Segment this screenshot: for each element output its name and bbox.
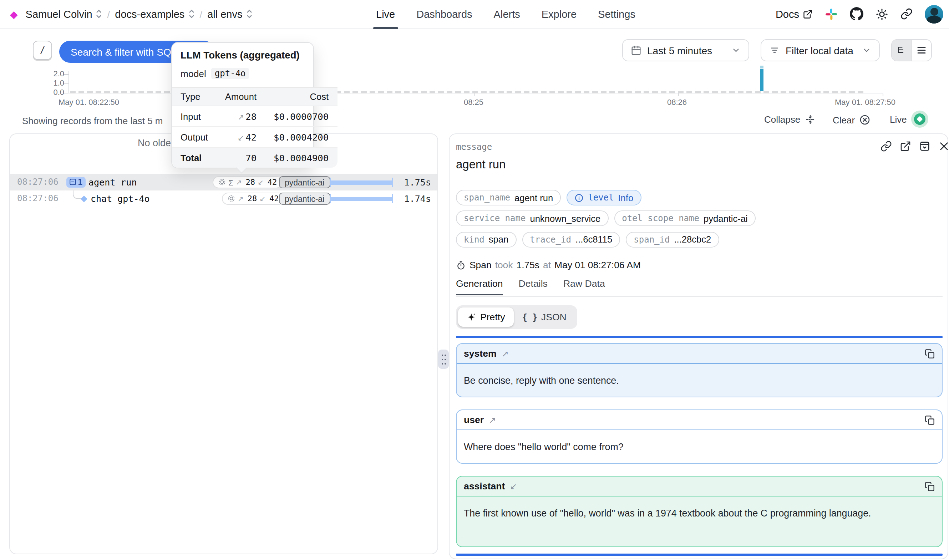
model-value: gpt-4o (211, 68, 249, 79)
dock-panel-bottom-icon[interactable] (919, 140, 931, 152)
tree-view-icon (896, 45, 907, 55)
trace-timestamp: 08:27:06 (17, 193, 58, 203)
model-key: model (180, 68, 206, 79)
token-cost-table: Type Amount Cost Input ↗28 $0.0000700 Ou… (172, 87, 337, 168)
theme-sun-icon[interactable] (875, 8, 888, 20)
user-avatar[interactable] (925, 5, 943, 23)
list-view-button[interactable] (911, 40, 931, 61)
attribute-chips-row: service_name unknown_service otel_scope_… (456, 211, 756, 226)
input-arrow-icon: ↗ (501, 348, 509, 358)
output-arrow-icon: ↙ (238, 133, 244, 142)
chevron-down-icon (731, 46, 741, 55)
breadcrumb-project[interactable]: docs-examples (115, 8, 194, 20)
nav-tab-live[interactable]: Live (376, 0, 395, 29)
collapse-button[interactable]: Collapse (764, 114, 815, 125)
span-title: agent run (456, 158, 506, 171)
copy-icon (925, 348, 935, 358)
histogram-bar-cap (760, 66, 763, 68)
filter-icon (769, 45, 780, 55)
json-toggle-button[interactable]: { } JSON (514, 308, 575, 327)
tab-raw-data[interactable]: Raw Data (563, 278, 605, 295)
sort-chevrons-icon (246, 9, 252, 18)
chip-service-name[interactable]: service_name unknown_service (456, 211, 608, 226)
slack-icon[interactable] (825, 8, 838, 20)
breadcrumb: ◆ Samuel Colvin / docs-examples / all en… (10, 8, 252, 20)
clear-button[interactable]: Clear (833, 114, 871, 126)
view-mode-toggle (891, 39, 932, 62)
attribute-chips-row: kind span trace_id ...6c8115 span_id ...… (456, 231, 719, 247)
chip-level[interactable]: level Info (566, 190, 641, 205)
scope-tag: pydantic-ai (279, 176, 330, 188)
span-diamond-icon: ◆ (81, 193, 87, 203)
histogram-bar[interactable] (760, 69, 763, 91)
x-tick-label: 08:25 (464, 98, 483, 106)
span-detail-panel: message agent run span_name agent run le… (449, 134, 948, 559)
open-in-new-icon[interactable] (900, 140, 911, 152)
stopwatch-icon (456, 260, 466, 270)
chip-span-name[interactable]: span_name agent run (456, 190, 561, 205)
filter-local-data-select[interactable]: Filter local data (761, 39, 880, 62)
live-toggle[interactable]: Live (890, 111, 928, 128)
chip-otel-scope-name[interactable]: otel_scope_name pydantic-ai (614, 211, 756, 226)
llm-tokens-tooltip: LLM Tokens (aggregated) model gpt-4o Typ… (171, 42, 314, 168)
output-arrow-icon: ↙ (510, 481, 517, 491)
message-role: system (464, 348, 497, 359)
attribute-chips-row: span_name agent run level Info (456, 190, 641, 205)
output-arrow-icon: ↙ (259, 195, 265, 203)
sort-chevrons-icon (188, 9, 194, 18)
nav-tab-explore[interactable]: Explore (541, 0, 577, 29)
message-role: assistant (464, 481, 505, 492)
span-name: chat gpt-4o (91, 193, 150, 204)
github-icon[interactable] (850, 7, 863, 21)
trace-timestamp: 08:27:06 (17, 177, 58, 187)
duration-bar (330, 197, 393, 201)
logfire-live-page: ◆ Samuel Colvin / docs-examples / all en… (0, 0, 949, 560)
chevron-down-icon (862, 46, 871, 55)
panel-resize-handle[interactable] (438, 349, 449, 369)
copy-link-icon[interactable] (880, 140, 892, 152)
trace-row-agent-run[interactable]: 08:27:06 1 agent run Σ ↗28 ↙42 pydantic-… (10, 174, 437, 191)
close-icon[interactable] (938, 140, 949, 152)
slash-shortcut-key[interactable]: / (33, 41, 52, 60)
time-range-select[interactable]: Last 5 minutes (622, 39, 749, 62)
sort-chevrons-icon (96, 9, 102, 18)
no-older-records-text: No older (138, 138, 174, 148)
calendar-icon (631, 45, 641, 55)
copy-button[interactable] (925, 348, 935, 358)
breadcrumb-env[interactable]: all envs (207, 8, 252, 20)
nav-tab-alerts[interactable]: Alerts (494, 0, 520, 29)
nav-tab-dashboards[interactable]: Dashboards (416, 0, 472, 29)
sparkle-icon (467, 312, 476, 322)
token-usage-pill: ↗28 ↙42 (222, 192, 285, 205)
table-row-total: Total 70 $0.0004900 (172, 147, 337, 168)
duration-bar (330, 180, 393, 185)
col-amount: Amount (217, 88, 265, 106)
share-link-icon[interactable] (900, 8, 913, 20)
tab-details[interactable]: Details (519, 278, 548, 295)
x-axis-start-label: May 01. 08:22:50 (58, 98, 119, 106)
collapse-icon (804, 114, 815, 125)
collapse-children-badge[interactable]: 1 (66, 177, 85, 188)
tooltip-title: LLM Tokens (aggregated) (180, 50, 305, 61)
trace-row-chat-gpt4o[interactable]: 08:27:06 ◆ chat gpt-4o ↗28 ↙42 pydantic-… (10, 191, 437, 207)
copy-button[interactable] (925, 415, 935, 425)
span-name: agent run (88, 177, 137, 188)
message-text: The first known use of "hello, world" wa… (457, 497, 942, 531)
x-tick-label: 08:26 (667, 98, 687, 106)
input-arrow-icon: ↗ (236, 178, 242, 186)
copy-button[interactable] (925, 481, 935, 491)
output-arrow-icon: ↙ (258, 178, 264, 186)
main-nav: Live Dashboards Alerts Explore Settings (376, 0, 635, 29)
chip-span-id[interactable]: span_id ...28cbc2 (626, 231, 719, 247)
chip-kind[interactable]: kind span (456, 231, 516, 247)
chip-trace-id[interactable]: trace_id ...6c8115 (522, 231, 620, 247)
pretty-toggle-button[interactable]: Pretty (458, 308, 514, 327)
nav-tab-settings[interactable]: Settings (598, 0, 635, 29)
live-indicator-icon (911, 111, 928, 128)
docs-link[interactable]: Docs (775, 8, 813, 20)
tree-view-button[interactable] (892, 40, 911, 61)
breadcrumb-org[interactable]: Samuel Colvin (26, 8, 102, 20)
message-text: Where does "hello world" come from? (457, 430, 942, 464)
x-axis-end-label: May 01. 08:27:50 (835, 98, 895, 106)
tab-generation[interactable]: Generation (456, 278, 503, 295)
